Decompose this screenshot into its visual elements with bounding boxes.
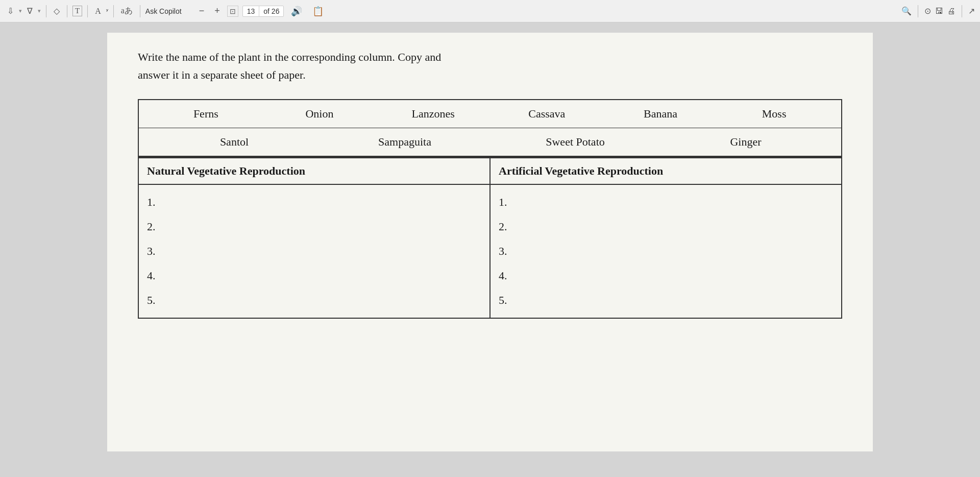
plant-sampaguita: Sampaguita	[374, 135, 435, 149]
search-icon[interactable]: 🔍	[901, 6, 912, 16]
font-icon[interactable]: A	[93, 6, 103, 17]
expand-icon[interactable]: ↗	[968, 6, 975, 16]
print-icon[interactable]: 🖨	[947, 7, 955, 16]
draw-icon[interactable]: ◇	[52, 5, 62, 17]
artificial-item-3: 3.	[499, 239, 833, 264]
back-icon[interactable]: ⇩	[5, 5, 16, 17]
share-icon[interactable]: 🖫	[935, 7, 943, 16]
artificial-item-5: 5.	[499, 288, 833, 313]
natural-item-5: 5.	[147, 288, 481, 313]
plant-ferns: Ferns	[175, 107, 236, 121]
plant-cassava: Cassava	[516, 107, 577, 121]
forward-icon[interactable]: ∇	[25, 5, 35, 17]
instruction-text: Write the name of the plant in the corre…	[138, 48, 842, 84]
col-natural-header: Natural Vegetative Reproduction	[138, 158, 490, 184]
plant-moss: Moss	[744, 107, 805, 121]
content-area: Write the name of the plant in the corre…	[0, 22, 980, 477]
reproduction-table: Natural Vegetative Reproduction Artifici…	[138, 157, 842, 319]
artificial-item-2: 2.	[499, 214, 833, 239]
separator3	[87, 5, 88, 17]
separator7	[962, 5, 962, 17]
plants-row-2: Santol Sampaguita Sweet Potato Ginger	[139, 128, 841, 156]
forward-dropdown[interactable]: ▾	[38, 8, 41, 14]
col-artificial-header: Artificial Vegetative Reproduction	[490, 158, 842, 184]
plant-banana: Banana	[630, 107, 691, 121]
current-page[interactable]: 13	[243, 6, 260, 16]
plant-lanzones: Lanzones	[403, 107, 464, 121]
plant-sweet-potato: Sweet Potato	[545, 135, 606, 149]
audio-icon[interactable]: 🔊	[288, 5, 305, 18]
separator1	[46, 5, 46, 17]
clipboard-icon[interactable]: 📋	[309, 5, 327, 18]
font-aa-icon[interactable]: aあ	[119, 5, 135, 17]
natural-reproduction-list-cell: 1. 2. 3. 4. 5.	[138, 184, 490, 318]
natural-item-2: 2.	[147, 214, 481, 239]
plant-santol: Santol	[204, 135, 265, 149]
plant-ginger: Ginger	[715, 135, 776, 149]
plants-section: Ferns Onion Lanzones Cassava Banana Moss…	[138, 99, 842, 157]
separator2	[67, 5, 67, 17]
total-pages: of 26	[259, 6, 283, 16]
artificial-reproduction-list-cell: 1. 2. 3. 4. 5.	[490, 184, 842, 318]
artificial-item-4: 4.	[499, 264, 833, 288]
plant-onion: Onion	[289, 107, 350, 121]
page-content: Write the name of the plant in the corre…	[107, 33, 873, 451]
text-icon[interactable]: T	[72, 6, 82, 16]
plants-row-1: Ferns Onion Lanzones Cassava Banana Moss	[139, 100, 841, 128]
artificial-list: 1. 2. 3. 4. 5.	[499, 190, 833, 313]
separator4	[113, 5, 114, 17]
ask-copilot-label[interactable]: Ask Copilot	[145, 7, 182, 15]
toolbar-center: − + ⊡ 13 of 26 🔊 📋	[196, 5, 327, 18]
separator5	[140, 5, 140, 17]
fit-page-button[interactable]: ⊡	[227, 6, 238, 17]
natural-item-4: 4.	[147, 264, 481, 288]
font-superscript: ʸ	[106, 8, 108, 14]
natural-item-3: 3.	[147, 239, 481, 264]
separator6	[918, 5, 918, 17]
page-navigation: 13 of 26	[242, 6, 284, 17]
table-header-row: Natural Vegetative Reproduction Artifici…	[138, 158, 842, 184]
artificial-item-1: 1.	[499, 190, 833, 214]
natural-list: 1. 2. 3. 4. 5.	[147, 190, 481, 313]
zoom-in-button[interactable]: +	[211, 5, 223, 17]
zoom-out-button[interactable]: −	[196, 5, 208, 17]
settings-icon[interactable]: ⊙	[924, 6, 931, 16]
table-body-row: 1. 2. 3. 4. 5. 1. 2. 3. 4.	[138, 184, 842, 318]
toolbar-right: 🔍 ⊙ 🖫 🖨 ↗	[901, 5, 975, 17]
browser-toolbar: ⇩ ▾ ∇ ▾ ◇ T A ʸ aあ Ask Copilot − + ⊡ 13 …	[0, 0, 980, 22]
natural-item-1: 1.	[147, 190, 481, 214]
toolbar-left: ⇩ ▾ ∇ ▾ ◇ T A ʸ aあ Ask Copilot	[5, 5, 182, 17]
back-dropdown[interactable]: ▾	[19, 8, 22, 14]
